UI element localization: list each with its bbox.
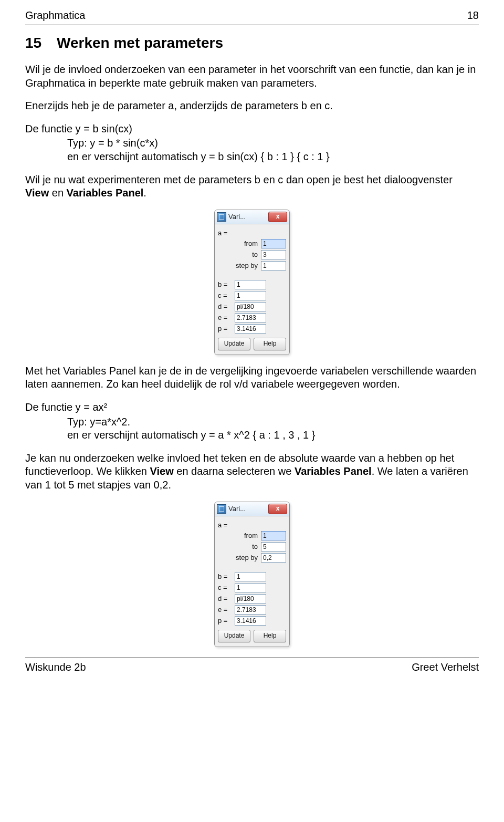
footer-rule <box>25 658 479 658</box>
help-button[interactable]: Help <box>254 630 286 642</box>
e-input[interactable]: 2.7183 <box>235 605 266 615</box>
paragraph-3e: . <box>143 187 146 199</box>
function2-typ: Typ: y=a*x^2. <box>67 415 479 429</box>
from-label: from <box>244 240 258 247</box>
to-input[interactable]: 3 <box>261 250 286 259</box>
close-button[interactable]: x <box>268 212 287 222</box>
function1-typ: Typ: y = b * sin(c*x) <box>67 137 479 150</box>
p-label: p = <box>218 617 232 625</box>
app-icon <box>217 212 226 222</box>
window-title: Vari... <box>228 213 266 221</box>
e-label: e = <box>218 606 232 613</box>
titlebar[interactable]: Vari... x <box>215 502 289 516</box>
update-button[interactable]: Update <box>218 338 250 350</box>
paragraph-3: Wil je nu wat experimenteren met de para… <box>25 173 479 200</box>
a-label: a = <box>218 229 227 237</box>
variables-panel-1: Vari... x a = from1 to3 step by1 b =1 c … <box>214 210 290 355</box>
e-label: e = <box>218 314 232 321</box>
paragraph-5c: en daarna selecteren we <box>174 465 295 477</box>
c-input[interactable]: 1 <box>235 291 266 300</box>
to-label: to <box>252 251 258 258</box>
close-icon: x <box>276 505 280 512</box>
from-input[interactable]: 1 <box>261 531 286 540</box>
update-button[interactable]: Update <box>218 630 250 642</box>
step-label: step by <box>236 554 258 561</box>
step-input[interactable]: 0,2 <box>261 553 286 563</box>
from-input[interactable]: 1 <box>261 239 286 248</box>
footer-left: Wiskunde 2b <box>25 661 86 673</box>
b-label: b = <box>218 280 232 288</box>
paragraph-4: Met het Variables Panel kan je de in de … <box>25 365 479 391</box>
paragraph-3-view-bold: View <box>25 187 49 199</box>
paragraph-3c: en <box>49 187 66 199</box>
app-icon <box>217 504 226 514</box>
paragraph-3-variables-panel-bold: Variables Panel <box>67 187 144 199</box>
footer-right: Greet Verhelst <box>412 661 479 673</box>
p-input[interactable]: 3.1416 <box>235 616 266 626</box>
to-label: to <box>252 543 258 550</box>
paragraph-3a: Wil je nu wat experimenteren met de para… <box>25 174 453 185</box>
c-input[interactable]: 1 <box>235 583 266 592</box>
d-input[interactable]: pi/180 <box>235 594 266 604</box>
section-title: Werken met parameters <box>57 35 223 51</box>
titlebar[interactable]: Vari... x <box>215 210 289 224</box>
paragraph-2: Enerzijds heb je de parameter a, anderzi… <box>25 99 479 113</box>
c-label: c = <box>218 584 232 591</box>
c-label: c = <box>218 292 232 299</box>
paragraph-5-view-bold: View <box>150 465 174 477</box>
close-button[interactable]: x <box>268 504 287 514</box>
from-label: from <box>244 532 258 539</box>
header-page-number: 18 <box>467 9 479 22</box>
d-input[interactable]: pi/180 <box>235 302 266 311</box>
section-heading: 15Werken met parameters <box>25 35 479 51</box>
function2-heading: De functie y = ax² <box>25 401 479 414</box>
header-left: Graphmatica <box>25 9 86 22</box>
window-title: Vari... <box>228 505 266 513</box>
section-number: 15 <box>25 35 57 51</box>
function1-heading: De functie y = b sin(cx) <box>25 122 479 136</box>
paragraph-5-variables-panel-bold: Variables Panel <box>295 465 372 477</box>
paragraph-5: Je kan nu onderzoeken welke invloed het … <box>25 452 479 492</box>
step-label: step by <box>236 262 258 269</box>
b-label: b = <box>218 573 232 580</box>
step-input[interactable]: 1 <box>261 261 286 270</box>
b-input[interactable]: 1 <box>235 280 266 289</box>
close-icon: x <box>276 213 280 220</box>
d-label: d = <box>218 303 232 310</box>
function1-auto: en er verschijnt automatisch y = b sin(c… <box>67 150 479 164</box>
d-label: d = <box>218 595 232 602</box>
e-input[interactable]: 2.7183 <box>235 313 266 322</box>
help-button[interactable]: Help <box>254 338 286 350</box>
p-input[interactable]: 3.1416 <box>235 324 266 334</box>
p-label: p = <box>218 325 232 332</box>
function2-auto: en er verschijnt automatisch y = a * x^2… <box>67 429 479 442</box>
paragraph-1: Wil je de invloed onderzoeken van een pa… <box>25 63 479 90</box>
header-rule <box>25 25 479 25</box>
a-label: a = <box>218 521 227 529</box>
to-input[interactable]: 5 <box>261 542 286 552</box>
variables-panel-2: Vari... x a = from1 to5 step by0,2 b =1 … <box>214 502 290 647</box>
b-input[interactable]: 1 <box>235 572 266 581</box>
